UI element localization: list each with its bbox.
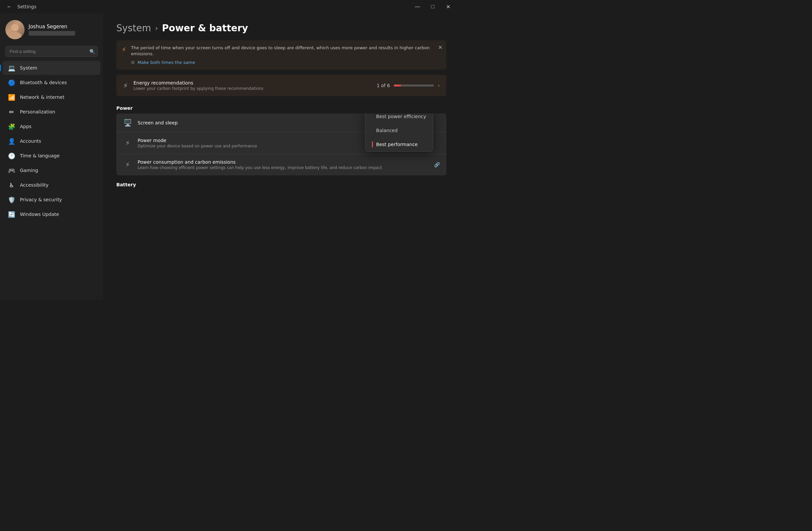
- dropdown-item-efficiency[interactable]: Best power efficiency: [365, 113, 433, 123]
- search-icon[interactable]: 🔍: [89, 49, 95, 54]
- screen-sleep-icon: 🖥️: [123, 119, 132, 127]
- accessibility-icon: ♿: [8, 181, 15, 188]
- personalization-icon: ✏️: [8, 108, 15, 115]
- sidebar-item-update[interactable]: 🔄 Windows Update: [3, 207, 100, 221]
- sidebar-item-label-system: System: [20, 65, 37, 71]
- sidebar-item-apps[interactable]: 🧩 Apps: [3, 120, 100, 134]
- breadcrumb-parent: System: [116, 23, 151, 33]
- dropdown-label-balanced: Balanced: [376, 128, 398, 133]
- power-mode-icon: ⚡: [123, 139, 132, 147]
- external-link-icon[interactable]: 🔗: [434, 162, 440, 167]
- energy-progress-bar: [394, 84, 434, 86]
- sidebar-item-label-update: Windows Update: [20, 212, 59, 217]
- sidebar-item-accessibility[interactable]: ♿ Accessibility: [3, 178, 100, 192]
- notification-description: The period of time when your screen turn…: [131, 45, 441, 57]
- breadcrumb-current: Power & battery: [162, 23, 248, 33]
- titlebar-title: Settings: [17, 4, 36, 9]
- dropdown-label-performance: Best performance: [376, 142, 418, 147]
- energy-title: Energy recommendations: [133, 80, 371, 85]
- sidebar-item-network[interactable]: 📶 Network & internet: [3, 90, 100, 104]
- user-name: Joshua Segeren: [29, 24, 98, 30]
- close-button[interactable]: ✕: [440, 1, 456, 12]
- power-section-label: Power: [103, 99, 460, 113]
- energy-right: 1 of 6 ›: [377, 83, 440, 88]
- titlebar: ← Settings — □ ✕: [0, 0, 460, 13]
- sidebar-item-label-personalization: Personalization: [20, 109, 55, 114]
- power-consumption-title: Power consumption and carbon emissions: [137, 159, 429, 165]
- titlebar-controls: — □ ✕: [410, 1, 456, 12]
- sidebar-item-system[interactable]: 💻 System: [3, 61, 100, 75]
- dropdown-item-balanced[interactable]: Balanced: [365, 123, 433, 137]
- dropdown-label-efficiency: Best power efficiency: [376, 114, 426, 119]
- search-box: 🔍: [5, 46, 98, 57]
- energy-description: Lower your carbon footprint by applying …: [133, 86, 371, 91]
- sidebar-item-label-gaming: Gaming: [20, 168, 38, 173]
- sidebar-item-accounts[interactable]: 👤 Accounts: [3, 134, 100, 148]
- page-header: System › Power & battery: [103, 13, 460, 40]
- sidebar-item-label-accessibility: Accessibility: [20, 182, 48, 188]
- system-icon: 💻: [8, 64, 15, 71]
- user-email: [29, 31, 75, 36]
- energy-recommendations-card[interactable]: ⚡ Energy recommendations Lower your carb…: [116, 75, 446, 96]
- notification-icon: ⚡: [122, 45, 126, 54]
- bluetooth-icon: 🔵: [8, 79, 15, 86]
- avatar[interactable]: [5, 20, 25, 39]
- time-icon: 🕐: [8, 152, 15, 159]
- energy-bar-fill: [394, 84, 401, 86]
- notification-action-label: Make both times the same: [137, 60, 195, 65]
- gaming-icon: 🎮: [8, 167, 15, 174]
- accounts-icon: 👤: [8, 137, 15, 145]
- energy-text: Energy recommendations Lower your carbon…: [133, 80, 371, 91]
- app-layout: Joshua Segeren 🔍 💻 System 🔵 Bluetooth & …: [0, 13, 460, 299]
- sidebar-item-label-bluetooth: Bluetooth & devices: [20, 80, 67, 85]
- user-section: Joshua Segeren: [0, 13, 103, 45]
- apps-icon: 🧩: [8, 123, 15, 130]
- sidebar: Joshua Segeren 🔍 💻 System 🔵 Bluetooth & …: [0, 13, 103, 299]
- energy-count: 1 of 6: [377, 83, 390, 88]
- battery-section-label: Battery: [103, 175, 460, 190]
- power-card: 🖥️ Screen and sleep ⚡ Power mode Optimiz…: [116, 113, 446, 175]
- power-consumption-text: Power consumption and carbon emissions L…: [137, 159, 429, 170]
- notification-action-icon: ⊙: [131, 59, 135, 65]
- search-input[interactable]: [5, 46, 98, 57]
- privacy-icon: 🛡️: [8, 196, 15, 203]
- power-consumption-description: Learn how choosing efficient power setti…: [137, 165, 429, 170]
- update-icon: 🔄: [8, 211, 15, 218]
- sidebar-item-label-time: Time & language: [20, 153, 59, 158]
- sidebar-item-bluetooth[interactable]: 🔵 Bluetooth & devices: [3, 75, 100, 89]
- sidebar-item-time[interactable]: 🕐 Time & language: [3, 149, 100, 163]
- sidebar-item-privacy[interactable]: 🛡️ Privacy & security: [3, 193, 100, 207]
- breadcrumb-separator: ›: [155, 24, 158, 32]
- power-consumption-icon: ⚡: [123, 161, 132, 169]
- dropdown-item-performance[interactable]: Best performance: [365, 137, 433, 151]
- notification-text: The period of time when your screen turn…: [131, 45, 441, 65]
- energy-icon: ⚡: [123, 82, 128, 90]
- sidebar-item-gaming[interactable]: 🎮 Gaming: [3, 163, 100, 177]
- power-mode-row[interactable]: ⚡ Power mode Optimize your device based …: [116, 132, 446, 154]
- notification-action[interactable]: ⊙ Make both times the same: [131, 59, 441, 65]
- sidebar-item-personalization[interactable]: ✏️ Personalization: [3, 105, 100, 119]
- avatar-image: [5, 20, 25, 39]
- sidebar-item-label-network: Network & internet: [20, 95, 64, 100]
- maximize-button[interactable]: □: [425, 1, 440, 12]
- power-mode-dropdown: Best power efficiency Balanced Best perf…: [365, 113, 433, 152]
- sidebar-item-label-accounts: Accounts: [20, 138, 41, 144]
- sidebar-item-label-apps: Apps: [20, 124, 32, 129]
- titlebar-left: ← Settings: [4, 1, 36, 12]
- power-consumption-row[interactable]: ⚡ Power consumption and carbon emissions…: [116, 154, 446, 175]
- sidebar-item-label-privacy: Privacy & security: [20, 197, 62, 202]
- minimize-button[interactable]: —: [410, 1, 425, 12]
- chevron-right-icon: ›: [438, 83, 440, 88]
- network-icon: 📶: [8, 94, 15, 101]
- notification-close-button[interactable]: ✕: [438, 44, 443, 51]
- user-info: Joshua Segeren: [29, 24, 98, 36]
- sidebar-nav: 💻 System 🔵 Bluetooth & devices 📶 Network…: [0, 61, 103, 222]
- back-button[interactable]: ←: [4, 1, 15, 12]
- main-content: System › Power & battery ⚡ The period of…: [103, 13, 460, 299]
- notification-banner: ⚡ The period of time when your screen tu…: [116, 40, 446, 70]
